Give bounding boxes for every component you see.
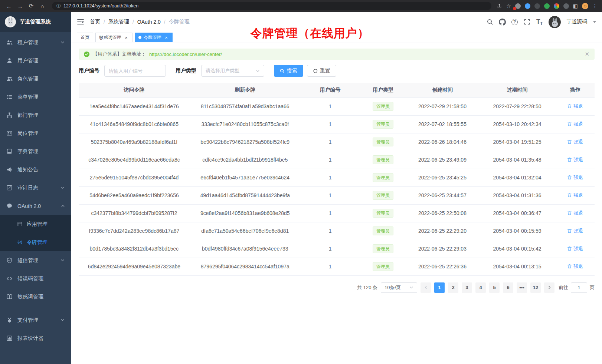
menu-kebab-icon[interactable]: ⋮ [592, 3, 598, 9]
force-logout-button[interactable]: 强退 [567, 174, 583, 181]
sidebar-item[interactable]: 报表设计器 [0, 329, 71, 347]
page-button[interactable]: 4 [475, 282, 486, 293]
share-icon[interactable] [497, 3, 502, 9]
reset-button[interactable]: 重置 [307, 65, 336, 77]
tab-close-icon[interactable]: × [164, 35, 169, 40]
tab[interactable]: 令牌管理× [135, 33, 173, 42]
force-logout-button[interactable]: 强退 [567, 139, 583, 145]
page-button[interactable]: 2 [448, 282, 458, 293]
extension-icon[interactable] [554, 3, 559, 9]
sidebar-item[interactable]: 短信管理 [0, 251, 71, 269]
expires-cell: 2054-03-04 00:15:42 [478, 240, 556, 258]
created-cell: 2022-06-26 18:04:46 [406, 133, 479, 151]
force-logout-button[interactable]: 强退 [567, 156, 583, 163]
extension-icon[interactable] [525, 3, 530, 9]
created-cell: 2022-07-02 18:55:55 [406, 115, 479, 133]
extension-icon[interactable] [515, 3, 521, 9]
force-logout-button[interactable]: 强退 [567, 103, 583, 110]
sidebar-item[interactable]: 敏感词管理 [0, 288, 71, 306]
sidebar-item[interactable]: 岗位管理 [0, 124, 71, 142]
sidebar-item[interactable]: 审计日志 [0, 179, 71, 197]
force-logout-button[interactable]: 强退 [567, 245, 583, 252]
sidebar-item[interactable]: 角色管理 [0, 70, 71, 88]
url-text: 127.0.0.1:1024/system/oauth2/token [63, 3, 138, 9]
page-button[interactable]: 12 [530, 282, 541, 293]
chevron-down-icon [409, 285, 413, 289]
fullscreen-icon[interactable] [523, 19, 530, 26]
forward-icon[interactable]: → [16, 1, 24, 10]
doc-link[interactable]: https://doc.iocoder.cn/user-center/ [149, 52, 222, 57]
user-id-cell: 1 [301, 151, 360, 169]
extension-icon[interactable] [563, 3, 569, 9]
user-type-select[interactable]: 请选择用户类型 [201, 65, 264, 77]
tab[interactable]: 首页 [77, 33, 93, 42]
next-page-button[interactable] [544, 282, 554, 293]
bookopen-icon [6, 294, 13, 300]
hamburger-icon[interactable] [77, 18, 84, 26]
more-pages-button[interactable]: ••• [517, 282, 527, 293]
sidebar-item[interactable]: 通知公告 [0, 161, 71, 179]
page-button[interactable]: 1 [434, 282, 445, 293]
table-row: 54d6be82ee5a460a9aedc1f9bf22365649d1aa46… [79, 186, 595, 204]
profile-avatar-icon[interactable]: ☺ [582, 3, 588, 9]
extension-icon[interactable] [544, 3, 550, 9]
search-icon[interactable] [486, 19, 493, 26]
sidebar-item[interactable]: 菜单管理 [0, 88, 71, 106]
force-logout-button[interactable]: 强退 [567, 228, 583, 234]
home-icon[interactable]: ⌂ [38, 1, 47, 10]
help-icon[interactable]: ? [511, 19, 518, 25]
prev-page-button[interactable] [421, 282, 431, 293]
breadcrumb-item[interactable]: 首页 [90, 19, 100, 25]
caret-down-icon[interactable] [593, 20, 596, 24]
font-size-icon[interactable]: TT [536, 19, 543, 26]
app-logo[interactable]: 芋道管理系统 [0, 12, 71, 32]
user-id-input[interactable] [104, 65, 166, 77]
reload-icon[interactable]: ⟳ [27, 1, 36, 10]
sidebar-item[interactable]: OAuth 2.0 [0, 197, 71, 215]
site-info-icon[interactable]: ⓘ [56, 3, 61, 9]
chart-icon [6, 335, 13, 341]
force-logout-button[interactable]: 强退 [567, 263, 583, 270]
expires-cell: 2054-03-04 01:35:48 [478, 151, 556, 169]
force-logout-button[interactable]: 强退 [567, 192, 583, 199]
tab[interactable]: 敏感词管理× [95, 33, 132, 42]
sidebar-subitem[interactable]: 令牌管理 [0, 233, 71, 251]
refresh-cell: b0df4980ffd34c67a08f9156e4eee733 [190, 240, 301, 258]
search-button[interactable]: 搜索 [274, 65, 303, 77]
breadcrumb-item[interactable]: 系统管理 [108, 19, 129, 25]
breadcrumb-item[interactable]: OAuth 2.0 [137, 19, 161, 25]
table-body: 1ea5e44f8bc1467aaede43144f31de76811c5304… [79, 97, 595, 275]
sidebar-item[interactable]: 错误码管理 [0, 269, 71, 288]
extension-badge [513, 7, 516, 10]
bookmark-star-icon[interactable]: ☆ [506, 3, 511, 9]
page-button[interactable]: 6 [503, 282, 513, 293]
page-button[interactable]: 5 [489, 282, 500, 293]
action-cell: 强退 [556, 97, 595, 115]
extension-icon[interactable] [534, 3, 540, 9]
topbar: 首页/系统管理/OAuth 2.0/令牌管理 令牌管理（在线用户） ? TT 芋… [71, 12, 602, 32]
sidebar-item[interactable]: 部门管理 [0, 106, 71, 124]
address-bar[interactable]: ⓘ 127.0.0.1:1024/system/oauth2/token [52, 2, 491, 10]
refresh-cell: e6cfd40eb1f54571a31e775e039c4624 [190, 169, 301, 186]
sidebar-item[interactable]: 支付管理 [0, 311, 71, 329]
sidebar-item[interactable]: 用户管理 [0, 52, 71, 70]
darkmode-icon[interactable]: ◧ [573, 3, 578, 9]
page-size-select[interactable]: 10条/页 [381, 282, 417, 293]
force-logout-button[interactable]: 强退 [567, 210, 583, 216]
user-name[interactable]: 芋道源码 [566, 19, 587, 25]
user-type-label: 用户类型 [176, 67, 196, 74]
sidebar-item[interactable]: 字典管理 [0, 142, 71, 161]
sidebar-subitem[interactable]: 应用管理 [0, 215, 71, 233]
tab-close-icon[interactable]: × [124, 35, 129, 40]
sidebar-item[interactable]: 租户管理 [0, 33, 71, 52]
back-icon[interactable]: ← [4, 1, 13, 10]
goto-page-input[interactable] [571, 282, 587, 293]
force-logout-button[interactable]: 强退 [567, 121, 583, 128]
user-avatar[interactable] [549, 16, 561, 28]
page-button[interactable]: 3 [462, 282, 472, 293]
action-cell: 强退 [556, 186, 595, 204]
github-icon[interactable] [499, 19, 506, 26]
expires-cell: 2054-03-04 19:51:25 [478, 133, 556, 151]
alert-close-icon[interactable]: ✕ [585, 51, 589, 57]
access-cell: c342377bf8b344799dcbf7bf095287f2 [79, 204, 190, 222]
